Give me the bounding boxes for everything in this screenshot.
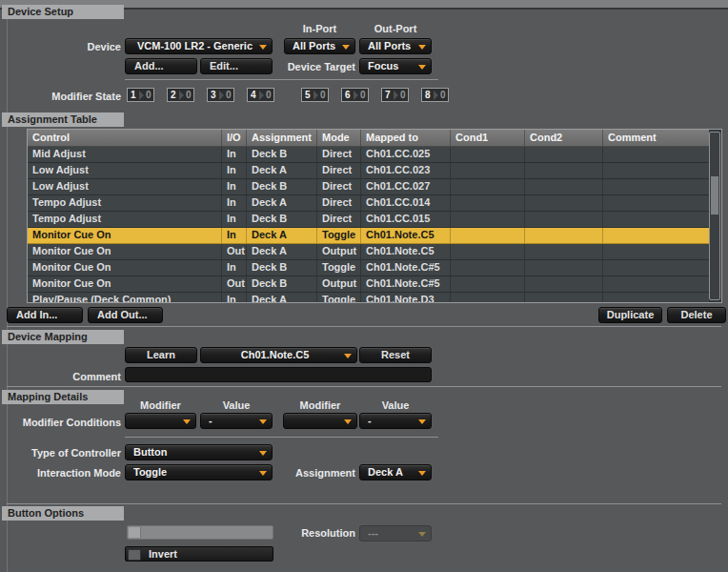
reset-button[interactable]: Reset [359, 347, 432, 363]
column-header[interactable]: I/O [222, 130, 247, 146]
out-port-label: Out-Port [359, 23, 432, 35]
section-title-device-mapping: Device Mapping [2, 330, 124, 344]
table-cell [603, 228, 709, 243]
column-header[interactable]: Mapped to [361, 130, 451, 146]
modifier-state-box[interactable]: 30 [207, 88, 234, 102]
delete-button[interactable]: Delete [667, 307, 726, 323]
table-cell [525, 163, 603, 178]
table-cell: Mid Adjust [28, 147, 222, 162]
assignment-select-value: Deck A [368, 465, 415, 480]
table-cell [603, 195, 709, 211]
modifier1-select[interactable] [125, 413, 196, 429]
resolution-select-value: --- [368, 526, 415, 541]
out-port-select[interactable]: All Ports [359, 38, 432, 54]
device-target-select[interactable]: Focus [359, 58, 432, 74]
add-in-button[interactable]: Add In... [7, 307, 83, 323]
column-header[interactable]: Comment [603, 130, 709, 146]
table-cell [451, 179, 525, 194]
device-target-select-value: Focus [368, 59, 415, 73]
modifier-state-box[interactable]: 20 [167, 88, 194, 102]
table-row[interactable]: Monitor Cue OnInDeck AToggleCh01.Note.C5 [28, 228, 709, 244]
comment-input[interactable] [125, 367, 432, 382]
modifier-value: 0 [398, 90, 406, 100]
value2-select[interactable]: - [359, 413, 432, 429]
chevron-down-icon [418, 532, 426, 537]
table-row[interactable]: Monitor Cue OnInDeck BToggleCh01.Note.C#… [28, 260, 709, 276]
table-cell: Direct [317, 195, 361, 211]
table-cell [603, 179, 709, 194]
modifier2-select[interactable] [283, 413, 357, 429]
device-select[interactable]: VCM-100 LR2 - Generic [125, 38, 273, 54]
table-cell: Tempo Adjust [28, 212, 222, 227]
table-cell [451, 293, 525, 303]
table-scrollbar[interactable] [709, 132, 720, 300]
table-row[interactable]: Low AdjustInDeck ADirectCh01.CC.023 [28, 163, 709, 179]
table-cell [451, 260, 525, 276]
resolution-select: --- [359, 525, 432, 541]
modifier-value: 0 [144, 90, 152, 100]
invert-checkbox-row[interactable]: Invert [125, 546, 273, 562]
modifier-value: 0 [264, 90, 272, 100]
chevron-down-icon [344, 419, 352, 424]
table-cell: Ch01.Note.C#5 [361, 260, 451, 276]
table-cell: Deck B [247, 179, 317, 194]
modifier-state-box[interactable]: 40 [247, 88, 274, 102]
assignment-table-body: Mid AdjustInDeck BDirectCh01.CC.025Low A… [28, 147, 721, 303]
duplicate-button[interactable]: Duplicate [598, 307, 662, 323]
modifier-state-box[interactable]: 60 [341, 88, 369, 102]
column-header[interactable]: Cond2 [525, 130, 603, 146]
table-row[interactable]: Tempo AdjustInDeck BDirectCh01.CC.015 [28, 212, 709, 228]
add-device-button[interactable]: Add... [125, 58, 197, 74]
table-row[interactable]: Monitor Cue OnOutDeck AOutputCh01.Note.C… [28, 244, 709, 260]
table-row[interactable]: Monitor Cue OnOutDeck BOutputCh01.Note.C… [28, 276, 709, 293]
modifier-number: 1 [128, 90, 138, 100]
modifier-state-box[interactable]: 50 [301, 88, 329, 102]
slider-handle[interactable] [129, 527, 141, 538]
learn-button[interactable]: Learn [125, 347, 197, 363]
modifier-state-boxes: 1020304050607080 [127, 88, 449, 102]
table-row[interactable]: Tempo AdjustInDeck ADirectCh01.CC.014 [28, 195, 709, 212]
invert-checkbox[interactable] [128, 549, 141, 561]
table-cell: Toggle [317, 260, 361, 276]
in-port-select[interactable]: All Ports [284, 38, 355, 54]
device-label: Device [19, 41, 121, 53]
assignment-table: ControlI/OAssignmentModeMapped toCond1Co… [27, 129, 722, 303]
value1-select[interactable]: - [200, 413, 273, 429]
assignment-select[interactable]: Deck A [359, 464, 432, 480]
modifier-state-box[interactable]: 80 [421, 88, 449, 102]
table-scrollbar-thumb[interactable] [711, 176, 718, 214]
table-cell [451, 212, 525, 227]
modifier-state-box[interactable]: 10 [127, 88, 154, 102]
table-cell: Deck A [247, 163, 317, 178]
table-cell [525, 212, 603, 227]
add-out-button[interactable]: Add Out... [88, 307, 163, 323]
table-cell [525, 293, 603, 303]
table-cell [525, 276, 603, 292]
type-of-controller-select[interactable]: Button [125, 444, 273, 460]
table-cell: In [222, 163, 247, 178]
modifier-state-box[interactable]: 70 [381, 88, 409, 102]
chevron-down-icon [342, 45, 350, 50]
table-cell: Ch01.Note.C#5 [361, 276, 451, 292]
value1-select-value: - [209, 414, 256, 428]
type-of-controller-label: Type of Controller [0, 447, 121, 460]
table-cell: Ch01.Note.D3 [361, 293, 451, 303]
table-cell: Deck B [247, 147, 317, 162]
table-cell: Ch01.CC.027 [361, 179, 451, 194]
in-port-label: In-Port [284, 23, 355, 35]
table-row[interactable]: Mid AdjustInDeck BDirectCh01.CC.025 [28, 147, 709, 163]
column-header[interactable]: Mode [317, 130, 361, 146]
column-header[interactable]: Assignment [247, 130, 317, 146]
column-header[interactable]: Cond1 [451, 130, 525, 146]
table-cell: Ch01.CC.025 [361, 147, 451, 162]
modifier-column-label: Modifier [283, 399, 357, 412]
modifier-number: 5 [302, 90, 313, 100]
column-header[interactable]: Control [28, 130, 222, 146]
midi-assignment-select[interactable]: Ch01.Note.C5 [200, 347, 357, 363]
table-cell [451, 228, 525, 243]
table-cell [451, 276, 525, 292]
table-cell: Direct [317, 212, 361, 227]
table-cell: Deck B [247, 276, 317, 292]
table-row[interactable]: Low AdjustInDeck BDirectCh01.CC.027 [28, 179, 709, 195]
table-row[interactable]: Play/Pause (Deck Common)InDeck AToggleCh… [28, 293, 709, 303]
